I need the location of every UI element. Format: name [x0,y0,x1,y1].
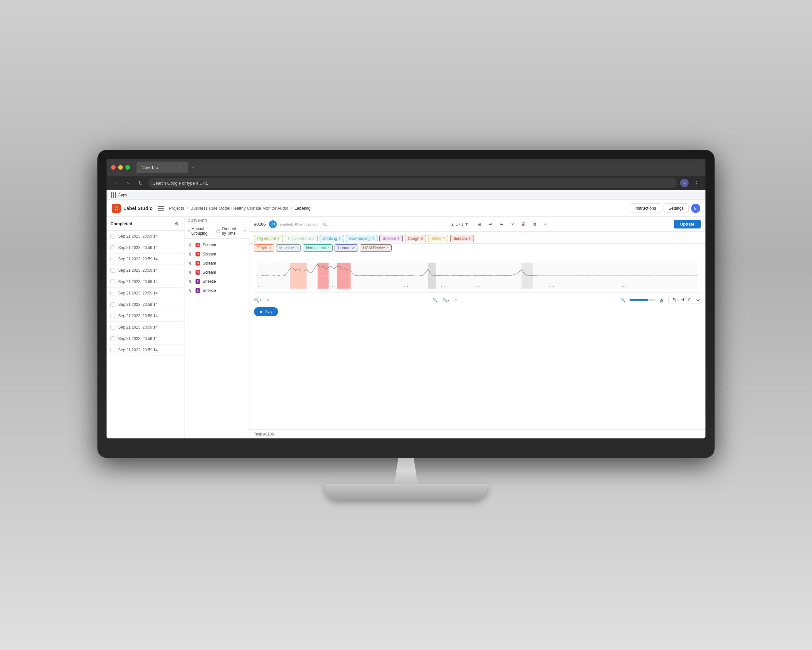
minimize-traffic-light[interactable] [118,165,123,170]
chrome-more-button[interactable]: ⋮ [692,179,701,188]
label-count: 7 [443,237,445,240]
settings-button[interactable]: Settings [664,203,688,213]
nav-next-icon[interactable]: ▼ [464,222,469,226]
label-category[interactable]: Battle 7 [428,235,448,242]
label-category[interactable]: Cough 6 [405,235,426,242]
label-category[interactable]: Human w [334,245,358,252]
play-button[interactable]: ▶ Play [254,307,278,316]
zoom-circle-icon[interactable]: ○ [264,296,272,304]
browser-tab[interactable]: New Tab × [136,162,188,173]
label-category[interactable]: Fright 9 [254,245,274,252]
label-category[interactable]: Piglet neutral 2 [285,235,317,242]
task-item[interactable]: Sep 21 2023, 20:59:14 [107,344,184,356]
label-category[interactable]: Machine 0 [276,245,301,252]
task-item[interactable]: Sep 21 2023, 20:59:14 [107,322,184,333]
task-list-actions: ⚙ [173,220,180,227]
outliner-item-label: Scream [203,252,216,257]
task-checkbox[interactable] [110,325,115,330]
app-content: Completed ⚙ Sep 21 2023, 20:59:14 Sep 21… [107,217,705,439]
task-checkbox[interactable] [110,280,115,284]
delete-icon[interactable]: 🗑 [519,220,528,229]
new-tab-button[interactable]: + [188,163,197,172]
task-item[interactable]: Sep 21 2023, 20:59:14 [107,333,184,344]
update-button[interactable]: Update [674,220,701,228]
svg-text:0: 0 [258,285,261,288]
zoom-fit-icon[interactable]: 🔍 [619,296,627,304]
apps-grid-icon[interactable] [111,193,116,197]
task-item[interactable]: Sep 21 2023, 20:59:14 [107,242,184,254]
outliner-item[interactable]: 🎙 S Scream [185,249,249,259]
app-topnav: ⬡ Label Studio Projects / Business Rule … [107,200,705,217]
label-category[interactable]: Non animal q [303,245,333,252]
ordered-by-time-label[interactable]: 🕐 Ordered by Time [216,226,241,236]
outliner-item[interactable]: 🎙 S Scream [185,268,249,277]
chrome-profile[interactable]: ? [680,179,688,187]
close-traffic-light[interactable] [111,165,116,170]
task-checkbox[interactable] [110,291,115,295]
volume-icon[interactable]: 🔊 [658,296,666,304]
app-container: ⬡ Label Studio Projects / Business Rule … [107,200,705,439]
task-checkbox[interactable] [110,234,115,239]
zoom-in-icon[interactable]: 🔍+ [254,296,262,304]
outliner-item[interactable]: 🎙 S Sneeze [185,277,249,286]
close-annotation-icon[interactable]: × [508,220,517,229]
label-category[interactable]: Scream 8 [450,235,473,242]
task-item[interactable]: Sep 21 2023, 20:59:14 [107,310,184,322]
task-checkbox[interactable] [110,257,115,261]
volume-slider[interactable] [629,299,655,301]
outliner-item[interactable]: 🎙 S Sneeze [185,286,249,295]
task-checkbox[interactable] [110,268,115,273]
task-list-settings-icon[interactable]: ⚙ [173,220,180,227]
task-item[interactable]: Sep 21 2023, 20:59:14 [107,231,184,242]
grid-view-icon[interactable]: ⊞ [475,220,484,229]
task-item[interactable]: Sep 21 2023, 20:59:14 [107,265,184,276]
label-category[interactable]: Sneeze 5 [379,235,403,242]
task-checkbox[interactable] [110,245,115,250]
redo-icon[interactable]: ↪ [497,220,506,229]
hamburger-menu[interactable] [157,205,165,212]
label-category[interactable]: Sow nursing 4 [346,235,377,242]
task-timestamp: Sep 21 2023, 20:59:14 [118,280,157,284]
tab-close-button[interactable]: × [179,165,183,170]
task-checkbox[interactable] [110,348,115,352]
monitor-stand [325,458,487,500]
label-category[interactable]: HCM Device e [360,245,392,252]
task-item[interactable]: Sep 21 2023, 20:59:14 [107,276,184,288]
copy-icon[interactable]: ⧉ [530,220,539,229]
forward-button[interactable]: › [124,179,133,188]
zoom-out-icon[interactable]: 🔍- [442,296,450,304]
address-bar-text: Search Google or type a URL [153,181,208,185]
breadcrumb-projects[interactable]: Projects [169,206,184,211]
task-item[interactable]: Sep 21 2023, 20:59:14 [107,254,184,265]
outliner-item-label: Scream [203,261,216,266]
label-count: 8 [469,237,470,240]
outliner-add-icon[interactable]: ↑ [244,228,246,234]
instructions-button[interactable]: Instructions [630,203,661,213]
zoom-circle2-icon[interactable]: ○ [452,296,460,304]
label-category[interactable]: Drinking 3 [320,235,344,242]
label-name: Battle [431,236,441,241]
manual-grouping-label[interactable]: ≡ Manual Grouping [188,226,212,236]
breadcrumb-project[interactable]: Business Rule Model Healthy Climate Moni… [191,206,288,211]
refresh-button[interactable]: ↻ [136,179,145,188]
address-bar[interactable]: Search Google or type a URL [148,178,677,188]
apps-label: Apps [118,193,127,197]
task-checkbox[interactable] [110,314,115,318]
label-category[interactable]: Pig neutral 1 [254,235,283,242]
task-checkbox[interactable] [110,302,115,307]
waveform-svg: 0 10 20 25 30 40 50 [257,263,698,289]
back-button[interactable]: ‹ [111,179,120,188]
speed-select[interactable]: Speed 0.5Speed 0.75Speed 1.0Speed 1.25Sp… [669,296,701,304]
outliner-item[interactable]: 🎙 S Scream [185,240,249,249]
undo-icon[interactable]: ↩ [486,220,495,229]
nav-prev-icon[interactable]: ▲ [450,222,454,226]
task-item[interactable]: Sep 21 2023, 20:59:14 [107,299,184,310]
task-timestamp: Sep 21 2023, 20:59:14 [118,234,157,239]
zoom-in-right-icon[interactable]: 🔍 [431,296,439,304]
fullscreen-traffic-light[interactable] [125,165,130,170]
task-checkbox[interactable] [110,336,115,341]
label-count: q [327,246,329,250]
align-icon[interactable]: ⇔ [541,220,550,229]
task-item[interactable]: Sep 21 2023, 20:59:14 [107,288,184,299]
outliner-item[interactable]: 🎙 S Scream [185,259,249,268]
